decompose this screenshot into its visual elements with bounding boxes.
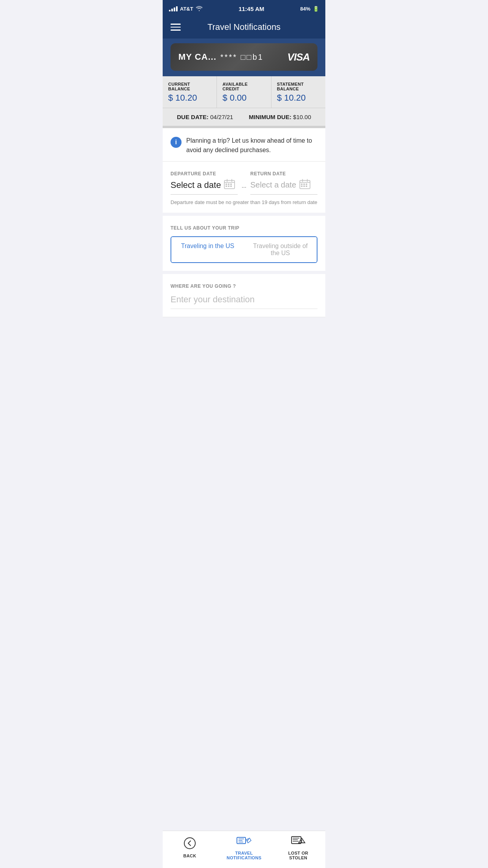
current-balance-cell: CURRENT BALANCE $ 10.20 [163, 76, 217, 108]
destination-input[interactable]: Enter your destination [171, 294, 317, 309]
departure-calendar-icon[interactable] [224, 179, 235, 191]
svg-rect-5 [228, 184, 229, 185]
return-date-field[interactable]: RETURN DATE Select a date [250, 171, 317, 195]
return-date-value: Select a date [250, 180, 296, 189]
card-display: MY CA... **** □□b1 VISA [171, 43, 317, 71]
card-number: **** □□b1 [220, 53, 264, 62]
departure-date-input-row[interactable]: Select a date [171, 179, 238, 195]
bottom-nav: BACK TRAVEL NOTIFICATIONS [163, 831, 325, 868]
svg-rect-16 [306, 184, 307, 185]
svg-rect-15 [303, 184, 305, 185]
back-label: BACK [183, 853, 196, 858]
balance-row: CURRENT BALANCE $ 10.20 AVAILABLE CREDIT… [163, 76, 325, 108]
trip-option-us[interactable]: Traveling in the US [171, 237, 244, 262]
svg-rect-17 [301, 186, 303, 187]
info-text: Planning a trip? Let us know ahead of ti… [186, 136, 317, 155]
due-date-item: DUE DATE: 04/27/21 [177, 114, 233, 120]
status-bar: AT&T 11:45 AM 84% 🔋 [163, 0, 325, 17]
available-credit-cell: AVAILABLE CREDIT $ 0.00 [217, 76, 271, 108]
svg-point-31 [301, 842, 302, 842]
return-date-input-row[interactable]: Select a date [250, 179, 317, 195]
wifi-icon [196, 6, 203, 12]
back-icon [183, 837, 196, 852]
svg-rect-14 [301, 184, 303, 185]
due-date-label: DUE DATE: [177, 114, 209, 120]
due-date-value: 04/27/21 [210, 114, 233, 120]
travel-notifications-label: TRAVEL NOTIFICATIONS [227, 851, 262, 860]
card-info: MY CA... **** □□b1 [178, 52, 264, 62]
svg-rect-9 [230, 186, 232, 187]
nav-lost-or-stolen[interactable]: LOST OR STOLEN [271, 835, 325, 860]
signal-bars [169, 6, 178, 11]
status-time: 11:45 AM [238, 6, 264, 12]
statement-balance-label: STATEMENT BALANCE [277, 82, 320, 91]
info-icon: i [171, 137, 182, 148]
status-left: AT&T [169, 6, 203, 12]
current-balance-amount: $ 10.20 [168, 93, 211, 103]
svg-rect-7 [226, 186, 227, 187]
departure-date-label: DEPARTURE DATE [171, 171, 238, 177]
return-date-label: RETURN DATE [250, 171, 317, 177]
available-credit-amount: $ 0.00 [222, 93, 265, 103]
departure-date-value: Select a date [171, 180, 221, 190]
due-date-row: DUE DATE: 04/27/21 MINIMUM DUE: $10.00 [163, 108, 325, 128]
card-section: MY CA... **** □□b1 VISA [163, 39, 325, 76]
trip-option-international[interactable]: Traveling outside of the US [244, 237, 317, 262]
status-right: 84% 🔋 [300, 6, 319, 12]
return-calendar-icon[interactable] [299, 179, 310, 191]
trip-section-label: TELL US ABOUT YOUR TRIP [171, 225, 317, 231]
minimum-due-value: $10.00 [293, 114, 311, 120]
trip-toggle: Traveling in the US Traveling outside of… [171, 236, 317, 263]
date-separator: -- [242, 183, 246, 191]
svg-point-20 [184, 838, 195, 849]
destination-label: WHERE ARE YOU GOING ? [171, 283, 317, 289]
nav-travel-notifications[interactable]: TRAVEL NOTIFICATIONS [217, 835, 271, 860]
hamburger-menu-button[interactable] [171, 24, 181, 31]
svg-rect-6 [230, 184, 232, 185]
statement-balance-amount: $ 10.20 [277, 93, 320, 103]
carrier-label: AT&T [180, 6, 193, 12]
svg-rect-19 [306, 186, 307, 187]
minimum-due-item: MINIMUM DUE: $10.00 [249, 114, 311, 120]
trip-section: TELL US ABOUT YOUR TRIP Traveling in the… [163, 216, 325, 271]
departure-date-field[interactable]: DEPARTURE DATE Select a date [171, 171, 238, 195]
destination-section: WHERE ARE YOU GOING ? Enter your destina… [163, 274, 325, 317]
available-credit-label: AVAILABLE CREDIT [222, 82, 265, 91]
battery-percent: 84% [300, 6, 310, 12]
minimum-due-label: MINIMUM DUE: [249, 114, 291, 120]
svg-rect-8 [228, 186, 229, 187]
nav-back[interactable]: BACK [163, 837, 217, 858]
lost-stolen-label: LOST OR STOLEN [288, 851, 308, 860]
date-fields: DEPARTURE DATE Select a date [171, 171, 317, 195]
svg-rect-4 [226, 184, 227, 185]
date-section: DEPARTURE DATE Select a date [163, 162, 325, 213]
page-title: Travel Notifications [189, 22, 299, 32]
current-balance-label: CURRENT BALANCE [168, 82, 211, 91]
statement-balance-cell: STATEMENT BALANCE $ 10.20 [272, 76, 325, 108]
info-section: i Planning a trip? Let us know ahead of … [163, 128, 325, 162]
card-name: MY CA... [178, 52, 216, 62]
header-nav: Travel Notifications [163, 17, 325, 39]
battery-icon: 🔋 [313, 6, 319, 12]
date-hint: Departure date must be no greater than 1… [171, 199, 317, 206]
card-brand: VISA [287, 51, 310, 63]
lost-stolen-icon [291, 835, 306, 849]
travel-notifications-icon [236, 835, 252, 849]
svg-rect-18 [303, 186, 305, 187]
